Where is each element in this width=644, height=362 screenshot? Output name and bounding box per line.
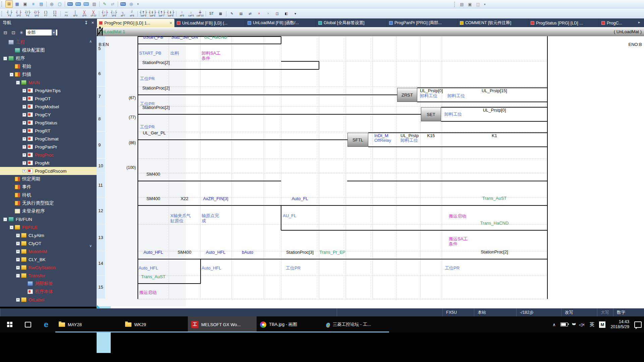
- settings-gear-icon[interactable]: ✳: [17, 29, 25, 36]
- tree-expander-icon[interactable]: +: [16, 250, 20, 253]
- tree-expander-icon[interactable]: -: [3, 57, 7, 60]
- delete-red-button[interactable]: ×: [255, 9, 264, 18]
- ladder-rise-contact-button[interactable]: ┤↑├sF7: [100, 9, 109, 18]
- swap-button[interactable]: ⇄: [246, 9, 255, 18]
- ladder-fall-branch-button[interactable]: ┤⇓├saF6: [148, 9, 157, 18]
- tree-expander-icon[interactable]: +: [16, 266, 20, 269]
- tab-progproc-prg-ld-1-[interactable]: ProgProc [PRG] [LD] 1...×: [97, 19, 174, 27]
- tree-item-ProgStatus[interactable]: +ProgStatus: [0, 119, 97, 127]
- build-icon[interactable]: ▨: [91, 0, 98, 8]
- tree-item-FB-FUN[interactable]: -FB/FUN: [0, 215, 97, 223]
- tree-expander-icon[interactable]: +: [22, 113, 26, 117]
- tree-expander-icon[interactable]: +: [22, 121, 26, 125]
- tree-filter-dropdown[interactable]: 全部 ▼: [25, 29, 58, 36]
- ladder-close-branch-button[interactable]: ┤/├sF6: [32, 9, 41, 18]
- battery-icon[interactable]: [560, 322, 568, 326]
- ladder-open-branch-button[interactable]: ┤ ├sF5: [14, 9, 23, 18]
- wifi-icon[interactable]: (((: [571, 324, 575, 325]
- tab-global-[interactable]: Global [全局标签设置]: [316, 19, 387, 27]
- toolbar-grip-3[interactable]: [1, 11, 4, 16]
- tree-item-恒定周期[interactable]: 恒定周期: [0, 175, 97, 183]
- tree-item-ProgPanPr[interactable]: +ProgPanPr: [0, 143, 97, 151]
- ladder-open-contact-button[interactable]: ┤ ├F5: [5, 9, 14, 18]
- tab-scroll-right-icon[interactable]: ▸: [638, 20, 640, 24]
- st-editor-button[interactable]: ST: [207, 9, 216, 18]
- tree-item-初始[interactable]: 初始: [0, 62, 97, 70]
- toolbar-grip[interactable]: [1, 1, 4, 7]
- ladder-delete-hline-button[interactable]: ╳cF9: [80, 9, 89, 18]
- toolbar-grip-2[interactable]: [454, 2, 457, 7]
- ime-mode-icon[interactable]: M: [599, 321, 605, 328]
- tree-item-OtLabel[interactable]: +OtLabel: [0, 296, 97, 304]
- ladder-instruction-button[interactable]: [ ]F8: [50, 9, 59, 18]
- tree-item-扫描[interactable]: -扫描: [0, 70, 97, 78]
- tree-expander-icon[interactable]: +: [22, 169, 26, 173]
- tray-chevron-icon[interactable]: ∧: [552, 322, 556, 327]
- save-project-icon[interactable]: ▦: [13, 0, 21, 8]
- module-config-icon[interactable]: ▣: [21, 0, 29, 8]
- ladder-branch-down-button[interactable]: ┘aF8: [127, 9, 137, 18]
- ladder-coil-button[interactable]: ( )F7: [41, 9, 50, 18]
- label-list-icon[interactable]: ▤: [38, 0, 45, 8]
- ladder-branch-up-button[interactable]: ┐aF7: [118, 9, 127, 18]
- tab-progpanpr-prg-[interactable]: ProgPanPr [PRG] [局部...: [387, 19, 458, 27]
- tree-item-局部标签[interactable]: 局部标签: [0, 280, 97, 288]
- tree-item-ProgProc[interactable]: +ProgProc: [0, 151, 97, 159]
- intelligent-module-icon[interactable]: ▤: [458, 1, 466, 8]
- tree-item-ProgMt[interactable]: +ProgMt: [0, 159, 97, 167]
- tree-item-ProgOT[interactable]: +ProgOT: [0, 95, 97, 103]
- device-watch-icon[interactable]: Dev: [119, 0, 127, 8]
- ladder-editor[interactable]: 写入▾12345678910111256789101112131415bStar…: [97, 27, 644, 308]
- device-view-icon[interactable]: Dev: [66, 0, 74, 8]
- tree-scroll-up-icon[interactable]: ∧: [88, 39, 93, 44]
- tree-expander-icon[interactable]: +: [22, 145, 26, 149]
- tab-unloadmat-fb-ld-[interactable]: UnLoadMat [FB] [LD] (...: [174, 19, 245, 27]
- tab-close-icon[interactable]: ×: [167, 21, 172, 25]
- tree-expander-icon[interactable]: +: [16, 234, 20, 237]
- tree-expander-icon[interactable]: +: [16, 298, 20, 302]
- tree-item-无执行类型指定[interactable]: 无执行类型指定: [0, 199, 97, 207]
- project-tree-icon[interactable]: ⊞: [5, 0, 13, 8]
- toolbar-overflow-icon-2[interactable]: ▾: [484, 3, 486, 6]
- ladder-insert-row-button[interactable]: ↑aF5: [177, 9, 186, 18]
- device-batch-icon[interactable]: Dev: [83, 0, 90, 8]
- tab-unloadmat-fb-[interactable]: UnLoadMat [FB] [函数/...: [245, 19, 316, 27]
- edit-comment-button[interactable]: ✎: [227, 9, 236, 18]
- tree-item-Transfer[interactable]: -Transfer: [0, 272, 97, 280]
- cross-reference-icon[interactable]: ⇄: [109, 0, 116, 8]
- ladder-fall-contact-button[interactable]: ┤↓├sF8: [109, 9, 118, 18]
- ladder-pulse-open-button[interactable]: ┤⇑├saF7: [157, 9, 166, 18]
- tree-item-未登录程序[interactable]: 未登录程序: [0, 207, 97, 215]
- volume-muted-icon[interactable]: ◁×: [579, 322, 585, 327]
- window-side-button[interactable]: ◧: [282, 9, 291, 18]
- instruction-box-SET[interactable]: SET: [421, 107, 441, 121]
- taskbar-paint-tba[interactable]: TBA.jpg - 画图: [257, 316, 323, 333]
- device-grid-icon[interactable]: Dev: [74, 0, 82, 8]
- delete-gray-button[interactable]: ×: [264, 9, 273, 18]
- docking-window-icon[interactable]: ◫: [474, 1, 482, 8]
- monitor-window-icon[interactable]: ▣: [466, 1, 474, 8]
- ladder-rise-branch-button[interactable]: ┤⇑├saF5: [139, 9, 148, 18]
- edge-taskbar-button[interactable]: e: [37, 316, 55, 333]
- program-list-icon[interactable]: ≡: [30, 0, 37, 8]
- tree-expander-icon[interactable]: +: [22, 97, 26, 101]
- ladder-hline-button[interactable]: ─F9: [62, 9, 71, 18]
- tree-expander-icon[interactable]: +: [22, 137, 26, 141]
- tree-item-程序[interactable]: -程序: [0, 54, 97, 62]
- tree-item-ProgCY[interactable]: +ProgCY: [0, 111, 97, 119]
- tree-scroll-down-icon[interactable]: ∨: [88, 244, 93, 248]
- ladder-pulse-close-button[interactable]: ┤⇓├saF8: [166, 9, 175, 18]
- tab-comment-[interactable]: COMMENT [软元件注释]: [458, 19, 528, 27]
- tree-item-FBFILE[interactable]: -FBFILE: [0, 223, 97, 231]
- tree-item-待机[interactable]: 待机: [0, 191, 97, 199]
- tree-item-RwClyStation[interactable]: +RwClyStation: [0, 263, 97, 272]
- tree-collapse-icon[interactable]: ⊟: [1, 29, 9, 36]
- ladder-close-contact-button[interactable]: ┤/├F6: [23, 9, 32, 18]
- tree-expand-icon[interactable]: ⊡: [9, 29, 17, 36]
- ladder-delete-vline-button[interactable]: ╳cF10: [89, 9, 98, 18]
- close-pane-icon[interactable]: ×: [91, 20, 94, 25]
- tree-expander-icon[interactable]: -: [3, 218, 7, 221]
- tree-expander-icon[interactable]: -: [16, 274, 20, 278]
- edit-icon[interactable]: ✎: [101, 0, 108, 8]
- tree-item-工程[interactable]: 工程: [0, 38, 97, 46]
